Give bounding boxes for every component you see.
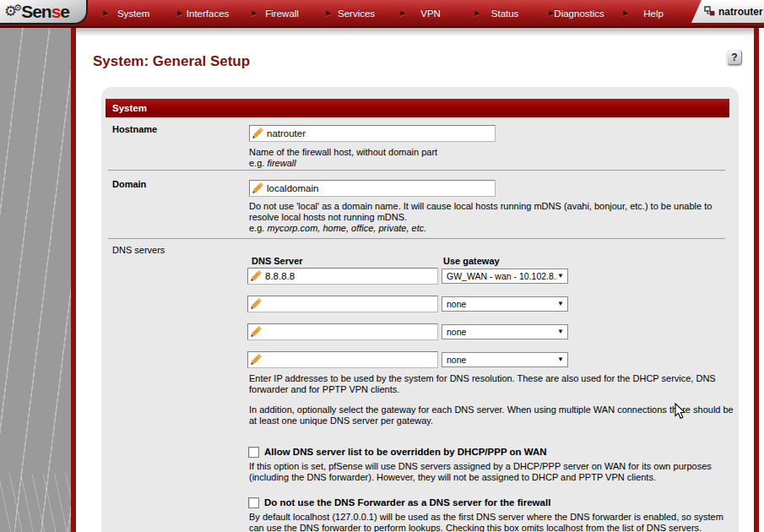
gateway-select-value: none (447, 353, 557, 366)
help-icon[interactable]: ? (727, 50, 742, 65)
nav-item-firewall[interactable]: ▶ Firewall (241, 0, 316, 26)
domain-help: Do not use 'local' as a domain name. It … (249, 201, 737, 223)
gateway-select-value: none (447, 325, 557, 339)
dns-servers-label: DNS servers (112, 245, 165, 255)
gateway-select-1[interactable]: GW_WAN - wan - 10.102.8.1 ▼ (442, 269, 568, 284)
general-setup-form: System Hostname Name of the firewall hos… (101, 87, 739, 532)
nav-item-label: Status (491, 8, 528, 19)
nav-menu: ▶ System ▶ Interfaces ▶ Firewall ▶ Servi… (93, 0, 687, 26)
domain-label: Domain (112, 179, 146, 189)
nav-arrow-icon: ▶ (623, 10, 628, 17)
dns-override-checkbox[interactable] (248, 447, 259, 458)
use-gateway-column-header: Use gateway (443, 256, 500, 266)
dns-server-input-4[interactable] (247, 351, 438, 368)
background-stripes (0, 0, 76, 532)
nav-arrow-icon: ▶ (252, 10, 257, 17)
dns-server-input-1[interactable] (247, 268, 438, 285)
nav-item-system[interactable]: ▶ System (93, 0, 167, 26)
logo-text: Sense (21, 2, 69, 22)
nav-arrow-icon: ▶ (474, 10, 480, 17)
chevron-down-icon: ▼ (557, 325, 564, 339)
section-header-system: System (106, 99, 729, 117)
nav-item-interfaces[interactable]: ▶ Interfaces (167, 0, 241, 26)
nav-item-vpn[interactable]: ▶ VPN (390, 0, 464, 26)
hostname-help: Name of the firewall host, without domai… (249, 147, 737, 158)
hostname-tab-label: natrouter (718, 6, 763, 18)
dns-no-forwarder-help: By default localhost (127.0.0.1) will be… (249, 512, 737, 532)
hostname-input[interactable] (249, 125, 496, 142)
top-navbar: ▶ System ▶ Interfaces ▶ Firewall ▶ Servi… (0, 0, 764, 28)
nav-item-label: Services (338, 8, 383, 19)
nav-arrow-icon: ▶ (326, 10, 331, 17)
hostname-tab[interactable]: natrouter (691, 0, 764, 23)
nav-item-label: Interfaces (187, 8, 238, 19)
nav-arrow-icon: ▶ (103, 10, 108, 17)
gateway-select-value: GW_WAN - wan - 10.102.8.1 (447, 269, 557, 283)
pfsense-logo[interactable]: ⚙ ⚙ Sense (0, 0, 88, 24)
nav-item-services[interactable]: ▶ Services (316, 0, 390, 26)
chevron-down-icon: ▼ (557, 353, 564, 366)
nav-arrow-icon: ▶ (177, 10, 182, 17)
hostname-example: e.g. firewall (249, 158, 737, 169)
nav-item-status[interactable]: ▶ Status (464, 0, 539, 26)
nav-item-label: Diagnostics (554, 8, 612, 19)
nav-item-label: VPN (420, 8, 449, 19)
nav-item-label: Firewall (265, 8, 307, 19)
gateway-select-3[interactable]: none ▼ (442, 324, 568, 339)
row-divider (108, 170, 725, 171)
nav-arrow-icon: ▶ (400, 10, 405, 17)
chevron-down-icon: ▼ (557, 297, 564, 311)
dns-override-label[interactable]: Allow DNS server list to be overridden b… (264, 447, 737, 457)
content-right-border (754, 28, 759, 532)
dns-override-help: If this option is set, pfSense will use … (249, 461, 737, 483)
dns-no-forwarder-label[interactable]: Do not use the DNS Forwarder as a DNS se… (264, 497, 737, 508)
dns-no-forwarder-checkbox[interactable] (248, 497, 259, 508)
nav-item-label: Help (643, 8, 672, 19)
row-divider (108, 238, 725, 239)
nav-item-diagnostics[interactable]: ▶ Diagnostics (539, 0, 613, 26)
dns-server-input-3[interactable] (247, 323, 438, 340)
nav-item-label: System (117, 8, 158, 19)
dns-server-input-2[interactable] (247, 296, 438, 312)
chevron-down-icon: ▼ (557, 269, 564, 283)
gateway-select-value: none (447, 297, 557, 311)
page-title: System: General Setup (93, 53, 250, 70)
background-stripes-fan (0, 473, 76, 532)
dns-help-1: Enter IP addresses to be used by the sys… (249, 373, 737, 395)
dns-help-2: In addition, optionally select the gatew… (249, 404, 737, 426)
host-icon (704, 6, 715, 17)
gateway-select-2[interactable]: none ▼ (442, 296, 568, 312)
domain-example: e.g. mycorp.com, home, office, private, … (249, 223, 737, 234)
nav-shadow-fade (76, 28, 754, 36)
nav-item-help[interactable]: ▶ Help (613, 0, 687, 26)
domain-input[interactable] (249, 180, 496, 197)
dns-server-column-header: DNS Server (252, 256, 303, 266)
hostname-label: Hostname (112, 124, 157, 134)
content-left-border (71, 26, 76, 532)
gateway-select-4[interactable]: none ▼ (442, 352, 568, 367)
